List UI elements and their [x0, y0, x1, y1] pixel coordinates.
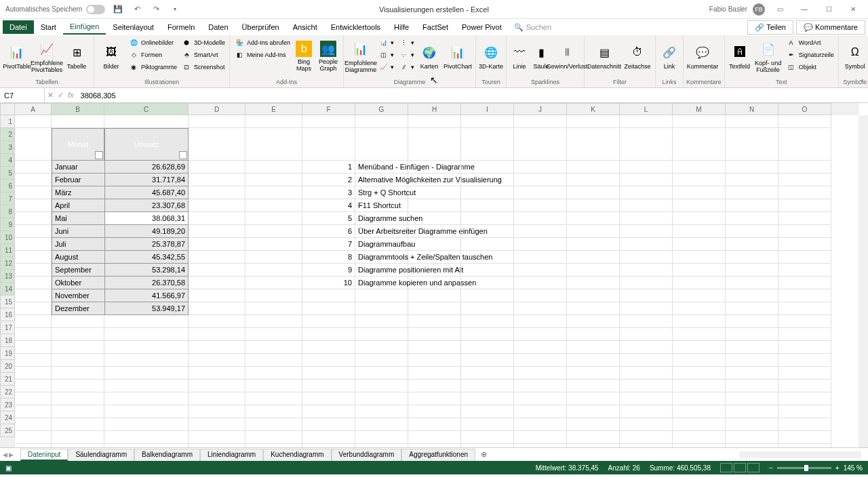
cell-J2[interactable]	[514, 128, 567, 161]
cell-D11[interactable]	[189, 264, 245, 277]
close-icon[interactable]: ✕	[844, 3, 863, 16]
cell-A13[interactable]	[15, 289, 52, 302]
timeline-button[interactable]: ⏱Zeitachse	[623, 37, 652, 76]
cell-G14[interactable]	[355, 302, 408, 315]
view-break-button[interactable]	[747, 463, 760, 472]
cell-F14[interactable]	[302, 302, 355, 315]
cell-F21[interactable]	[302, 392, 355, 405]
cell-A6[interactable]	[15, 199, 52, 212]
row-header-22[interactable]: 22	[0, 386, 15, 399]
cell-G11[interactable]: Diagramme positionieren mit Alt	[355, 264, 408, 277]
cell-L7[interactable]	[620, 212, 673, 225]
spreadsheet-grid[interactable]: ABCDEFGHIJKLMNO 123456789101112131415161…	[0, 103, 868, 447]
tab-ueberpruefen[interactable]: Überprüfen	[235, 20, 286, 34]
sheet-prev-icon[interactable]: ◀	[3, 451, 7, 458]
cell-N4[interactable]	[726, 174, 778, 186]
sheet-tab-3[interactable]: Liniendiagramm	[200, 449, 263, 461]
cell-C10[interactable]: 45.342,55	[104, 251, 189, 264]
cell-G19[interactable]	[355, 367, 408, 380]
cell-O2[interactable]	[778, 128, 831, 161]
cell-C8[interactable]: 49.189,20	[104, 225, 189, 238]
cell-M3[interactable]	[673, 161, 726, 174]
row-header-25[interactable]: 25	[0, 424, 15, 437]
tab-factset[interactable]: FactSet	[416, 20, 455, 34]
chart-stat-button[interactable]: ⋮▾	[397, 37, 416, 49]
cell-H4[interactable]	[408, 174, 461, 186]
cell-G2[interactable]	[355, 128, 408, 161]
cell-B22[interactable]	[52, 405, 104, 418]
zoom-out-button[interactable]: −	[769, 464, 773, 472]
cell-A24[interactable]	[15, 431, 52, 444]
row-header-7[interactable]: 7	[0, 192, 15, 205]
cell-F5[interactable]: 3	[302, 186, 355, 199]
cell-B21[interactable]	[52, 392, 104, 405]
cell-N23[interactable]	[726, 418, 778, 431]
cell-E9[interactable]	[245, 238, 302, 251]
wordart-button[interactable]: AWordArt	[785, 37, 835, 49]
cell-C7[interactable]: 38.068,31	[104, 212, 189, 225]
screenshot-button[interactable]: ⊡Screenshot	[180, 61, 226, 73]
cell-K8[interactable]	[567, 225, 620, 238]
select-all-triangle[interactable]	[0, 103, 15, 115]
cell-B5[interactable]: März	[52, 186, 104, 199]
cell-J9[interactable]	[514, 238, 567, 251]
cell-D9[interactable]	[189, 238, 245, 251]
sparkline-wl-button[interactable]: ⫴Gewinn/Verlust	[553, 37, 581, 76]
cell-K3[interactable]	[567, 161, 620, 174]
cell-H7[interactable]	[408, 212, 461, 225]
cell-E14[interactable]	[245, 302, 302, 315]
row-header-18[interactable]: 18	[0, 334, 15, 347]
cell-N21[interactable]	[726, 392, 778, 405]
cell-F18[interactable]	[302, 354, 355, 367]
cell-O20[interactable]	[778, 380, 831, 392]
cell-J14[interactable]	[514, 302, 567, 315]
zoom-slider[interactable]	[777, 467, 831, 469]
cell-C11[interactable]: 53.298,14	[104, 264, 189, 277]
cell-E21[interactable]	[245, 392, 302, 405]
cell-M16[interactable]	[673, 328, 726, 341]
cell-E2[interactable]	[245, 128, 302, 161]
sheet-tab-5[interactable]: Verbunddiagramm	[332, 449, 402, 461]
cell-K10[interactable]	[567, 251, 620, 264]
cell-F17[interactable]	[302, 341, 355, 354]
cell-E17[interactable]	[245, 341, 302, 354]
cell-D2[interactable]	[189, 128, 245, 161]
cell-I23[interactable]	[461, 418, 514, 431]
cell-I9[interactable]	[461, 238, 514, 251]
cell-N15[interactable]	[726, 315, 778, 328]
cell-E23[interactable]	[245, 418, 302, 431]
cell-O12[interactable]	[778, 277, 831, 289]
cell-L21[interactable]	[620, 392, 673, 405]
cell-I7[interactable]	[461, 212, 514, 225]
cell-D18[interactable]	[189, 354, 245, 367]
cell-F6[interactable]: 4	[302, 199, 355, 212]
zoom-in-button[interactable]: +	[835, 464, 840, 472]
cell-J18[interactable]	[514, 354, 567, 367]
cell-C12[interactable]: 26.370,58	[104, 277, 189, 289]
user-avatar[interactable]: FB	[753, 3, 765, 16]
cell-H12[interactable]	[408, 277, 461, 289]
chart-scatter-button[interactable]: ⸪▾	[397, 49, 416, 61]
cell-I14[interactable]	[461, 302, 514, 315]
row-header-13[interactable]: 13	[0, 270, 15, 283]
cell-K13[interactable]	[567, 289, 620, 302]
cell-C9[interactable]: 25.378,87	[104, 238, 189, 251]
object-button[interactable]: ◫Objekt	[785, 61, 835, 73]
col-header-O[interactable]: O	[778, 103, 831, 115]
row-header-12[interactable]: 12	[0, 257, 15, 270]
bing-maps-button[interactable]: bBing Maps	[293, 37, 315, 76]
cell-K21[interactable]	[567, 392, 620, 405]
cell-G5[interactable]: Strg + Q Shortcut	[355, 186, 408, 199]
cell-G1[interactable]	[355, 115, 408, 128]
cell-H11[interactable]	[408, 264, 461, 277]
cell-M9[interactable]	[673, 238, 726, 251]
maximize-icon[interactable]: ☐	[819, 3, 838, 16]
cell-E18[interactable]	[245, 354, 302, 367]
col-header-J[interactable]: J	[514, 103, 567, 115]
cell-D8[interactable]	[189, 225, 245, 238]
cell-O22[interactable]	[778, 405, 831, 418]
cell-I21[interactable]	[461, 392, 514, 405]
col-header-A[interactable]: A	[15, 103, 52, 115]
cell-B2[interactable]: Monat▾	[52, 128, 104, 161]
cell-O10[interactable]	[778, 251, 831, 264]
